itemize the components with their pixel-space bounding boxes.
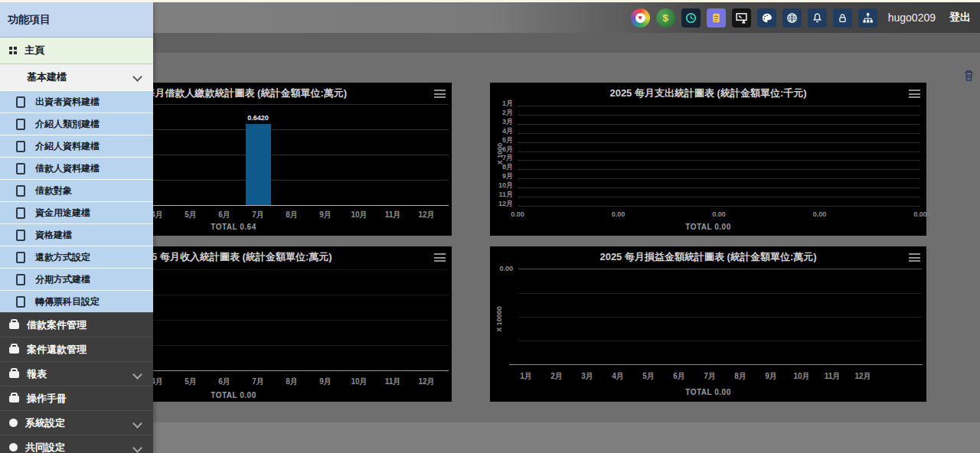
x-tick-label: 7月	[241, 210, 275, 220]
x-tick-label: 5月	[633, 371, 664, 382]
gridline	[518, 106, 920, 106]
chart-panel-expense: 2025 每月支出統計圖表 (統計金額單位:千元) 1月2月3月4月5月6月7月…	[490, 83, 926, 236]
sidebar-item-home[interactable]: 主頁	[0, 37, 153, 64]
document-icon	[16, 185, 25, 197]
chevron-down-icon	[132, 419, 142, 429]
logout-button[interactable]: 登出	[949, 11, 971, 24]
sidebar-group-basic-records[interactable]: 基本建檔	[0, 64, 153, 90]
sitemap-icon[interactable]	[858, 8, 877, 28]
lock-icon[interactable]	[833, 8, 852, 28]
sidebar-item[interactable]: 介紹人資料建檔	[0, 135, 153, 157]
sidebar-item[interactable]: 轉傳票科目設定	[0, 290, 153, 312]
palette-icon[interactable]	[757, 8, 776, 28]
chart-total: TOTAL 0.00	[490, 388, 926, 396]
green-logo[interactable]: $	[656, 8, 675, 28]
x-tick-label: 0.00	[502, 210, 533, 218]
sidebar-section-label: 操作手冊	[27, 392, 67, 406]
x-tick-label: 3月	[572, 371, 603, 382]
document-icon	[16, 163, 25, 174]
x-tick-label: 2月	[541, 371, 572, 382]
sidebar-section[interactable]: 系統設定	[0, 410, 153, 435]
bell-icon[interactable]	[808, 8, 827, 28]
sidebar-item[interactable]: 還款方式設定	[0, 246, 153, 268]
gridline	[518, 197, 920, 197]
gridline	[518, 133, 920, 134]
chart-title: 2025 每月損益金額統計圖表 (統計金額單位:萬元)	[490, 250, 926, 264]
briefcase-icon	[9, 396, 19, 402]
x-tick-label: 10月	[342, 210, 376, 220]
bar-data-point[interactable]	[246, 124, 271, 205]
x-tick-label: 11月	[376, 210, 410, 220]
sidebar-item[interactable]: 借款對象	[0, 179, 153, 201]
y-tick-label: 0.00	[493, 265, 513, 272]
gridline	[518, 169, 920, 170]
document-icon	[16, 274, 25, 285]
chart-total: TOTAL 0.00	[490, 223, 926, 231]
gridline	[518, 293, 922, 294]
grid-icon	[9, 47, 17, 54]
sidebar-item[interactable]: 借款人資料建檔	[0, 157, 153, 179]
chevron-down-icon	[132, 370, 142, 380]
gridline	[518, 187, 920, 188]
briefcase-icon	[9, 322, 19, 329]
sidebar-item-label: 還款方式設定	[35, 251, 90, 264]
page-top-strip	[0, 0, 980, 2]
bar-value-label: 0.6420	[235, 114, 281, 122]
axis-unit-label: X 10000	[495, 295, 503, 344]
sidebar-section-label: 共同設定	[25, 441, 65, 453]
sidebar-item-label: 資格建檔	[35, 229, 72, 242]
x-tick-label: 8月	[275, 376, 309, 387]
sidebar-section[interactable]: 案件還款管理	[0, 337, 153, 361]
sidebar-item-label: 借款人資料建檔	[35, 162, 100, 175]
sidebar-section[interactable]: 操作手冊	[0, 386, 153, 410]
clock-icon[interactable]	[681, 8, 701, 28]
document-icon	[16, 119, 25, 130]
x-tick-label: 5月	[174, 210, 207, 220]
briefcase-icon	[9, 347, 19, 354]
x-tick-label: 12月	[410, 376, 443, 387]
document-icon	[16, 207, 25, 219]
x-tick-label: 9月	[309, 376, 342, 387]
heart-icon: ♥	[635, 13, 645, 23]
scroll-icon[interactable]	[707, 8, 726, 28]
chart-menu-icon[interactable]	[434, 253, 446, 262]
chevron-down-icon	[132, 72, 142, 82]
chart-menu-icon[interactable]	[909, 253, 920, 262]
gridline	[518, 152, 920, 152]
flower-logo[interactable]: ♥	[631, 8, 650, 28]
axis-baseline	[509, 364, 923, 365]
circle-icon	[9, 443, 18, 451]
document-icon	[16, 141, 25, 152]
x-tick-label: 0.00	[704, 210, 734, 218]
sidebar-item[interactable]: 出資者資料建檔	[0, 90, 153, 112]
document-icon	[16, 252, 25, 263]
x-tick-label: 4月	[603, 371, 633, 382]
trash-icon[interactable]	[963, 69, 975, 85]
presentation-icon[interactable]	[732, 8, 751, 28]
x-tick-label: 10月	[786, 371, 817, 382]
sidebar-section[interactable]: 借款案件管理	[0, 312, 153, 337]
sidebar-section[interactable]: 報表	[0, 361, 153, 386]
sidebar-item[interactable]: 資格建檔	[0, 223, 153, 246]
x-tick-label: 9月	[756, 371, 786, 382]
username-label: hugo0209	[888, 11, 936, 24]
chart-title: 2025 每月支出統計圖表 (統計金額單位:千元)	[490, 86, 926, 100]
sidebar-section-label: 報表	[27, 367, 47, 381]
sidebar-section[interactable]: 共同設定	[0, 435, 153, 453]
gridline	[518, 269, 922, 269]
topbar-actions: ♥ $ hugo0209 登出	[631, 2, 971, 33]
x-tick-label: 6月	[207, 376, 241, 387]
document-icon	[16, 296, 25, 308]
gridline	[518, 124, 920, 125]
x-tick-label: 7月	[241, 376, 275, 387]
sidebar-item[interactable]: 資金用途建檔	[0, 201, 153, 223]
globe-icon[interactable]	[782, 8, 802, 28]
sidebar-item-label: 借款對象	[35, 184, 72, 197]
chart-menu-icon[interactable]	[434, 90, 446, 98]
sidebar-item-label: 轉傳票科目設定	[35, 295, 100, 308]
sidebar-item[interactable]: 分期方式建檔	[0, 268, 153, 290]
gridline	[518, 160, 920, 161]
sidebar-item[interactable]: 介紹人類別建檔	[0, 112, 153, 135]
chart-menu-icon[interactable]	[909, 90, 920, 98]
gridline	[518, 178, 920, 179]
